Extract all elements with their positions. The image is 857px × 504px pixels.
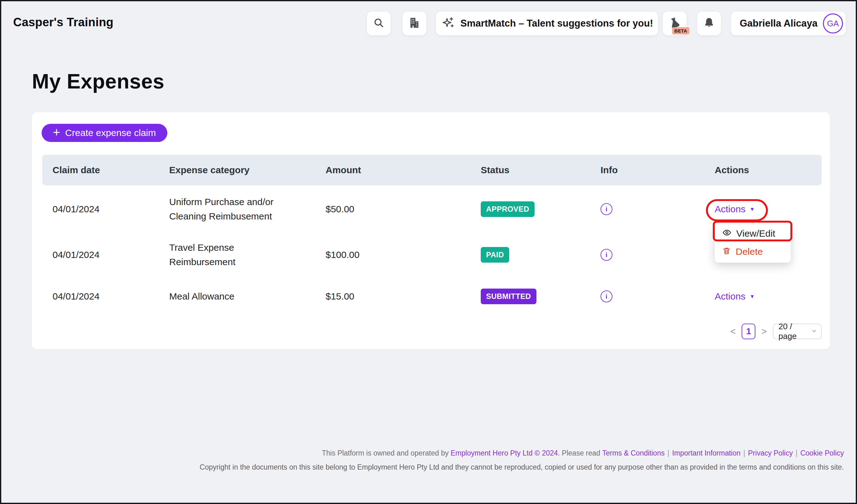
notifications-button[interactable] [697,12,721,35]
expenses-card: + Create expense claim Claim date Expens… [32,112,830,349]
smartmatch-label: SmartMatch – Talent suggestions for you! [460,18,653,29]
search-icon [373,17,385,30]
caret-down-icon: ▼ [750,294,755,300]
claim-date: 04/01/2024 [42,277,159,316]
amount: $15.00 [315,277,470,316]
page-size-select[interactable]: 20 / page [773,324,822,339]
footer-copyright-line: Copyright in the documents on this site … [1,463,844,471]
info-icon[interactable]: i [601,249,612,261]
table-row: 04/01/2024 Uniform Purchase and/or Clean… [42,186,822,233]
col-expense-category: Expense category [159,155,315,186]
expense-category: Meal Allowance [159,277,315,316]
col-status: Status [470,155,590,186]
bell-icon [703,17,715,30]
caret-down-icon: ▼ [750,206,755,213]
smartmatch-banner-button[interactable]: SmartMatch – Talent suggestions for you! [436,12,658,35]
trash-icon [722,246,731,257]
expense-category: Uniform Purchase and/or Cleaning Reimbus… [159,186,315,233]
table-header-row: Claim date Expense category Amount Statu… [42,155,822,186]
delete-menu-item[interactable]: Delete [715,243,791,261]
search-button[interactable] [367,12,391,35]
claim-date: 04/01/2024 [42,233,159,277]
chevron-down-icon [811,327,817,336]
avatar: GA [823,14,843,33]
user-menu-button[interactable]: Gabriella Alicaya GA [731,12,846,35]
sparkles-icon [441,16,455,31]
col-claim-date: Claim date [42,155,159,186]
user-name: Gabriella Alicaya [740,18,818,29]
view-edit-menu-item[interactable]: View/Edit [715,225,791,243]
building-icon [408,17,420,30]
table-row: 04/01/2024 Meal Allowance $15.00 SUBMITT… [42,277,822,316]
company-link[interactable]: Employment Hero Pty Ltd © 2024 [451,449,558,457]
col-info: Info [590,155,704,186]
footer-legal-line: This Platform is owned and operated by E… [1,449,844,457]
page-title: My Expenses [32,69,165,93]
claim-date: 04/01/2024 [42,186,159,233]
col-actions: Actions [704,155,822,186]
info-icon[interactable]: i [601,203,612,215]
actions-dropdown-button[interactable]: Actions ▼ [715,204,755,214]
footer: This Platform is owned and operated by E… [1,449,844,471]
amount: $50.00 [315,186,470,233]
eye-icon [722,228,732,240]
beta-badge: BETA [672,27,689,34]
expense-category: Travel Expense Reimbursement [159,233,315,277]
beta-features-button[interactable]: BETA [663,12,687,35]
page-number-button[interactable]: 1 [742,324,755,339]
status-badge: APPROVED [481,201,535,217]
col-amount: Amount [315,155,470,186]
app-window: Casper's Training SmartMatch – Talent su… [0,0,857,504]
important-info-link[interactable]: Important Information [672,449,741,457]
create-expense-claim-button[interactable]: + Create expense claim [41,124,167,142]
amount: $100.00 [315,233,470,277]
pagination: < 1 > 20 / page [729,324,822,339]
previous-page-button[interactable]: < [729,326,737,337]
privacy-policy-link[interactable]: Privacy Policy [748,449,793,457]
actions-dropdown-menu: View/Edit Delete [715,223,791,263]
info-icon[interactable]: i [601,291,612,302]
actions-dropdown-button[interactable]: Actions ▼ [715,291,755,302]
status-badge: SUBMITTED [481,289,536,304]
table-row: 04/01/2024 Travel Expense Reimbursement … [42,233,822,277]
terms-link[interactable]: Terms & Conditions [602,449,665,457]
cookie-policy-link[interactable]: Cookie Policy [801,449,844,457]
create-expense-claim-label: Create expense claim [65,127,156,138]
organisation-button[interactable] [403,12,426,35]
brand-title: Casper's Training [13,16,114,29]
next-page-button[interactable]: > [760,326,768,337]
status-badge: PAID [481,247,509,263]
